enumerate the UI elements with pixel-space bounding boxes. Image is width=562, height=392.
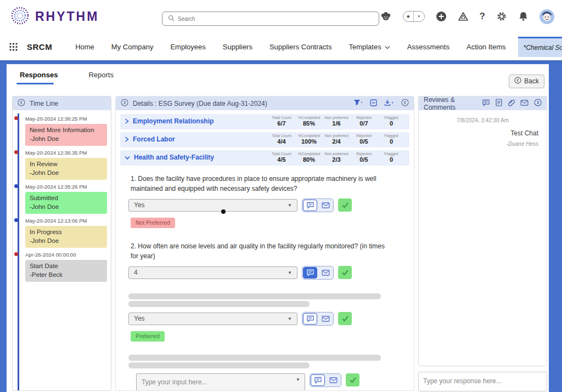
nav-item-suppliers-contracts[interactable]: Suppliers Contracts xyxy=(269,43,331,51)
caret-down-icon: ▼ xyxy=(288,270,292,275)
nav-item-assessments[interactable]: Assessments xyxy=(407,43,449,51)
user-avatar[interactable] xyxy=(539,9,554,24)
nav-item-action-items[interactable]: Action Items xyxy=(467,43,506,51)
comment-button[interactable] xyxy=(303,313,317,325)
question-list: 1. Does the facility have procedures in … xyxy=(116,168,414,391)
email-button[interactable] xyxy=(326,374,340,386)
app-grid-icon[interactable] xyxy=(9,42,18,52)
email-icon[interactable] xyxy=(520,100,529,107)
settings-gear-icon[interactable] xyxy=(496,11,507,22)
event-author: -John Doe xyxy=(30,135,103,144)
approve-check-button[interactable] xyxy=(338,312,352,325)
comment-button[interactable] xyxy=(303,200,317,211)
answer-row: 4 ▼ xyxy=(128,266,409,280)
chat-icon[interactable] xyxy=(482,99,490,108)
recycle-icon[interactable] xyxy=(458,12,469,22)
timeline-panel: Time Line May-20-2024 12:38:25 PM Need M… xyxy=(12,96,111,391)
main-nav: SRCM Home My Company Employees Suppliers… xyxy=(0,33,562,60)
comment-button[interactable] xyxy=(311,374,325,386)
stat-value: 4/4 xyxy=(268,138,295,146)
tab-reports[interactable]: Reports xyxy=(88,71,114,84)
caret-down-icon: ▼ xyxy=(288,203,292,208)
chevron-right-icon xyxy=(125,134,129,144)
notifications-bell-icon[interactable] xyxy=(518,11,529,22)
event-author: -Peter Beck xyxy=(30,271,103,280)
email-button[interactable] xyxy=(318,267,333,279)
star-icon[interactable]: ★ xyxy=(403,12,414,21)
stat-label: Flagged xyxy=(378,115,405,120)
answer-textarea[interactable] xyxy=(136,373,305,391)
comment-text: Test Chat xyxy=(427,129,538,137)
section-name: Employment Relationship xyxy=(133,117,213,125)
nav-item-suppliers[interactable]: Suppliers xyxy=(223,43,252,51)
timeline-event[interactable]: Apr-26-2024 00:00:00 Start Date -Peter B… xyxy=(13,252,111,282)
event-timestamp: May-20-2024 12:13:06 PM xyxy=(25,218,107,224)
answer-dropdown[interactable]: Yes ▼ xyxy=(128,313,297,325)
email-button[interactable] xyxy=(318,313,333,325)
nav-item-templates[interactable]: Templates xyxy=(349,43,390,51)
approve-check-button[interactable] xyxy=(338,198,352,212)
notes-document-icon[interactable] xyxy=(496,99,502,108)
question-text: 1. Does the facility have procedures in … xyxy=(131,174,393,194)
timeline-dot-blue xyxy=(14,184,18,188)
favorites-caret-icon[interactable]: ▾ xyxy=(413,12,424,21)
section-stats: Total Count4/4 %Completed100% Non prefer… xyxy=(268,133,405,146)
expand-right-circle-icon[interactable] xyxy=(534,99,542,108)
answer-textarea-wrap: ▼ xyxy=(136,373,305,391)
timeline-dot-red xyxy=(14,116,18,120)
timeline-event[interactable]: May-20-2024 12:35:26 PM Submitted -John … xyxy=(13,184,111,214)
page: RHYTHM ★ ▾ xyxy=(0,0,562,392)
reviews-header: Reviews & Comments xyxy=(419,96,547,110)
main-content-frame: Responses Reports Back Time Line xyxy=(0,60,562,392)
stat-value: 4/5 xyxy=(268,156,295,164)
answer-value: Yes xyxy=(134,201,145,209)
select-all-checkbox-icon[interactable] xyxy=(370,99,377,108)
answer-dropdown[interactable]: 4 ▼ xyxy=(128,266,297,279)
add-icon[interactable] xyxy=(436,11,447,22)
timeline-event[interactable]: May-20-2024 12:13:06 PM In Progress -Joh… xyxy=(13,218,111,248)
stat-value: 100% xyxy=(295,138,323,146)
comment-button-active[interactable] xyxy=(303,267,317,279)
download-icon[interactable] xyxy=(384,99,394,108)
stat-label: Flagged xyxy=(378,151,405,156)
assistant-icon[interactable] xyxy=(380,11,392,22)
nav-items: Home My Company Employees Suppliers Supp… xyxy=(75,43,505,51)
collapse-left-icon[interactable] xyxy=(18,99,25,108)
question-actions xyxy=(302,198,334,212)
nav-item-employees[interactable]: Employees xyxy=(170,43,205,51)
help-icon[interactable]: ? xyxy=(480,11,485,22)
global-search[interactable] xyxy=(162,12,379,26)
question-text: 2. How often are noise levels and air qu… xyxy=(131,241,393,261)
expand-right-icon[interactable] xyxy=(121,99,128,108)
favorites-toggle[interactable]: ★ ▾ xyxy=(403,11,425,22)
reviews-toolbar xyxy=(482,99,542,108)
collapse-left-icon[interactable] xyxy=(401,99,409,108)
stat-value: 0 xyxy=(378,156,405,164)
search-input[interactable] xyxy=(178,16,373,22)
nav-item-my-company[interactable]: My Company xyxy=(111,43,154,51)
content-area: Responses Reports Back Time Line xyxy=(7,64,549,392)
answer-dropdown[interactable]: Yes ▼ xyxy=(128,199,297,212)
response-input[interactable] xyxy=(418,372,547,391)
active-record-tab[interactable]: *Chemical Society Located i... X xyxy=(518,37,562,57)
section-health-and-safety[interactable]: Health and Safety-Facility Total Count4/… xyxy=(120,150,409,166)
event-status-card: Submitted -John Doe xyxy=(25,192,107,214)
email-button[interactable] xyxy=(318,200,333,211)
back-label: Back xyxy=(524,77,539,85)
filter-icon[interactable] xyxy=(353,99,363,107)
attachment-paperclip-icon[interactable] xyxy=(508,99,515,108)
tab-responses[interactable]: Responses xyxy=(20,71,58,84)
reviews-column: Reviews & Comments xyxy=(418,96,547,391)
approve-check-button[interactable] xyxy=(338,266,352,279)
section-name: Forced Labor xyxy=(133,135,175,143)
nav-item-home[interactable]: Home xyxy=(75,43,94,51)
back-button[interactable]: Back xyxy=(509,75,544,88)
approve-check-button[interactable] xyxy=(346,373,359,387)
reviews-title: Reviews & Comments xyxy=(424,96,477,111)
chevron-right-icon xyxy=(125,116,129,126)
timeline-event[interactable]: May-20-2024 12:36:35 PM In Review -John … xyxy=(13,150,111,180)
section-forced-labor[interactable]: Forced Labor Total Count4/4 %Completed10… xyxy=(120,132,409,147)
timeline-header: Time Line xyxy=(13,96,111,110)
timeline-event[interactable]: May-20-2024 12:38:25 PM Need More Inform… xyxy=(13,116,111,146)
section-employment-relationship[interactable]: Employment Relationship Total Count6/7 %… xyxy=(120,114,409,129)
